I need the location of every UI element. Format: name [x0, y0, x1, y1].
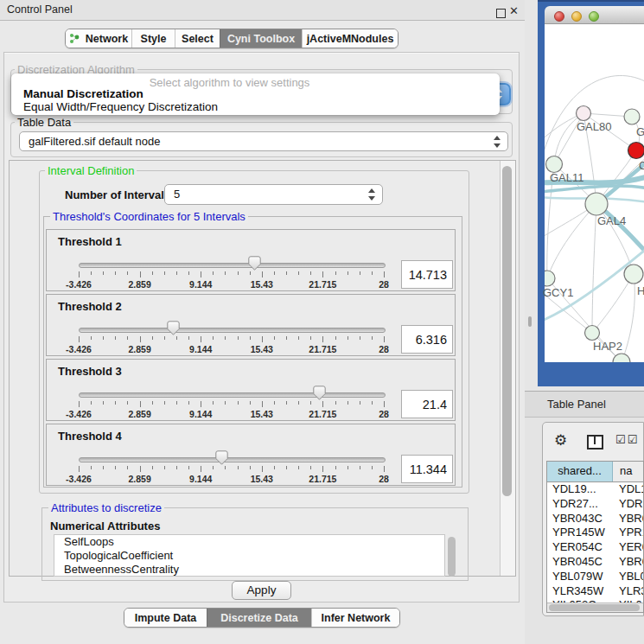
numerical-attributes-list[interactable]: SelfLoopsTopologicalCoefficientBetweenne… [54, 534, 445, 577]
tick-mark [286, 336, 287, 340]
close-icon[interactable]: ✕ [509, 4, 519, 17]
tick-mark [250, 401, 251, 405]
columns-icon[interactable] [587, 435, 603, 450]
tick-mark [250, 336, 251, 340]
apply-button[interactable]: Apply [232, 581, 291, 600]
tick-mark [213, 336, 214, 340]
threshold-slider-thumb[interactable] [167, 321, 180, 335]
tick-mark [115, 401, 116, 405]
number-of-intervals-combo[interactable]: 5 [164, 184, 383, 205]
tick-mark [115, 336, 116, 340]
tab-network[interactable]: Network [66, 29, 131, 48]
threshold-value-field[interactable] [401, 260, 453, 289]
slider-ticks [79, 401, 384, 408]
threshold-slider-thumb[interactable] [215, 450, 228, 465]
threshold-slider-track[interactable] [79, 392, 386, 398]
network-node-hap2[interactable] [585, 326, 600, 341]
table-hscrollbar-thumb[interactable] [549, 604, 640, 611]
slider-tick-labels: -3.4262.8599.14415.4321.71528 [79, 474, 384, 483]
threshold-value-field[interactable] [401, 325, 453, 354]
tick-mark [188, 271, 189, 275]
table-row[interactable]: YLR345WYLR3 [547, 584, 643, 599]
tab-impute-data[interactable]: Impute Data [124, 609, 207, 627]
threshold-slider-track[interactable] [79, 328, 386, 333]
network-node-c[interactable] [628, 143, 644, 159]
node-label-gal80: GAL80 [577, 120, 611, 133]
close-traffic-light[interactable] [554, 11, 564, 22]
tick-mark [310, 401, 311, 405]
tick-label: -3.426 [66, 474, 92, 484]
table-row[interactable]: YBR045CYBR0 [547, 555, 643, 570]
network-node-partial-node[interactable] [613, 354, 630, 362]
float-icon[interactable] [496, 9, 506, 18]
table-row[interactable]: YER054CYER0 [547, 540, 643, 555]
table-row[interactable]: YDR27...YDR2 [547, 497, 643, 512]
gear-icon[interactable]: ⚙ [554, 431, 567, 449]
table-data-combo-value: galFiltered.sif default node [29, 135, 160, 148]
table-data-combo[interactable]: galFiltered.sif default node [19, 131, 508, 151]
attribute-list-item[interactable]: SelfLoops [54, 535, 444, 549]
attributes-list-scrollbar[interactable] [448, 537, 456, 577]
numerical-attributes-heading: Numerical Attributes [50, 520, 160, 532]
network-node-gal11[interactable] [546, 156, 563, 173]
threshold-slider-thumb[interactable] [313, 386, 326, 400]
tick-mark [335, 466, 336, 469]
network-node-ga[interactable] [624, 109, 640, 124]
slider-tick-labels: -3.4262.8599.14415.4321.71528 [79, 344, 384, 354]
threshold-slider-thumb[interactable] [248, 256, 261, 271]
tab-discretize-data[interactable]: Discretize Data [207, 609, 311, 627]
network-node-gal80[interactable] [577, 106, 591, 121]
tick-mark [360, 466, 360, 469]
table-row[interactable]: YBR043CYBR0 [547, 512, 643, 526]
tick-mark [298, 271, 299, 275]
scroll-pane-vscrollbar-thumb[interactable] [502, 166, 512, 496]
tick-mark [310, 336, 311, 340]
node-attribute-table[interactable]: shared... na YDL19...YDL1YDR27...YDR2YBR… [546, 461, 644, 613]
column-header-name[interactable]: na [613, 462, 643, 481]
checkbox-icons[interactable]: ☑☑ [615, 433, 639, 446]
cell-shared-name: YDR27... [547, 497, 613, 512]
column-header-shared-name[interactable]: shared... [547, 462, 613, 481]
minimize-traffic-light[interactable] [571, 11, 582, 22]
threshold-slider-track[interactable] [79, 457, 386, 462]
table-row[interactable]: YDL19...YDL1 [547, 482, 643, 497]
tab-cyni-toolbox[interactable]: Cyni Toolbox [220, 29, 302, 48]
network-node-gal4[interactable] [585, 193, 608, 215]
tick-mark [201, 401, 201, 407]
algorithm-option[interactable]: Equal Width/Frequency Discretization [14, 100, 497, 113]
tick-mark [250, 466, 251, 469]
panel-splitter-handle[interactable] [528, 316, 532, 327]
network-canvas[interactable] [545, 24, 644, 362]
combo-down-icon [494, 143, 501, 148]
threshold-label: Threshold 1 [58, 235, 122, 248]
tick-mark [310, 466, 311, 469]
tick-mark [79, 401, 80, 407]
tab-style[interactable]: Style [131, 29, 175, 48]
cell-name: YER0 [613, 540, 643, 555]
threshold-value-field[interactable] [401, 390, 453, 418]
tab-infer-network[interactable]: Infer Network [311, 609, 399, 627]
network-graph [545, 24, 644, 362]
threshold-value-field[interactable] [401, 455, 453, 483]
threshold-slider-track[interactable] [79, 263, 386, 268]
tab-select[interactable]: Select [175, 29, 220, 48]
attribute-list-item[interactable]: BetweennessCentrality [54, 563, 444, 577]
zoom-traffic-light[interactable] [589, 11, 599, 22]
tick-mark [176, 336, 177, 340]
tick-mark [91, 466, 92, 469]
tick-mark [164, 271, 165, 275]
tab-jactivemnodules[interactable]: jActiveMNodules [302, 29, 398, 48]
table-row[interactable]: YPR145WYPR1 [547, 526, 643, 540]
node-label-h: H [637, 284, 644, 297]
network-window-titlebar[interactable] [545, 6, 644, 24]
network-node-h[interactable] [624, 265, 643, 284]
tick-mark [103, 466, 104, 469]
cell-name: YBR0 [613, 512, 643, 526]
bottom-tab-bar: Impute DataDiscretize DataInfer Network [124, 608, 400, 628]
attribute-list-item[interactable]: TopologicalCoefficient [54, 549, 444, 563]
cell-name: YDR2 [613, 497, 643, 512]
table-panel-title: Table Panel [547, 398, 606, 411]
table-row[interactable]: YBL079WYBL0 [547, 570, 643, 584]
network-node-gcy1[interactable] [545, 271, 555, 286]
algorithm-option[interactable]: Manual Discretization [14, 87, 497, 100]
